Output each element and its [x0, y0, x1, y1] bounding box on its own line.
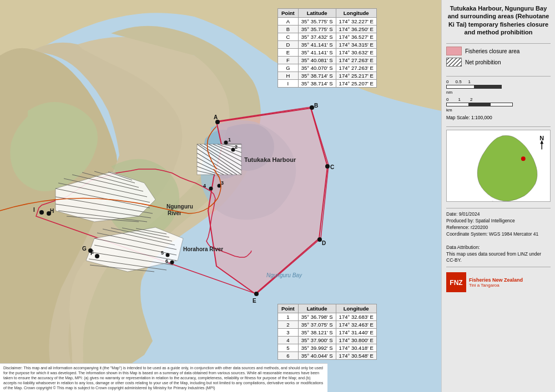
- producer-value: Spatial Intelligence: [475, 218, 514, 223]
- table-a-cell: A: [278, 18, 299, 26]
- svg-text:1: 1: [228, 137, 231, 142]
- table-a-cell: 174° 25.207' E: [336, 80, 376, 88]
- date-row: Date: 9/01/2024: [446, 211, 551, 218]
- scale-bar-km-b1: [468, 103, 491, 106]
- svg-text:FNZ: FNZ: [450, 279, 462, 287]
- svg-text:A: A: [214, 114, 218, 120]
- divider-3: [446, 126, 551, 127]
- table-a-cell: 174° 25.217' E: [336, 72, 376, 80]
- date-value: 9/01/2024: [459, 211, 480, 217]
- table-a-cell: D: [278, 41, 299, 49]
- svg-text:D: D: [322, 240, 326, 246]
- table-b-cell: 4: [278, 337, 299, 344]
- table-b-cell: 2: [278, 321, 299, 329]
- table-b-cell: 174° 32.683' E: [336, 313, 376, 321]
- table-a-cell: F: [278, 57, 299, 64]
- disclaimer-text: Disclaimer: This map and all information…: [0, 363, 327, 392]
- map-area: A B C D E F G H I 1: [0, 0, 441, 392]
- table-b-cell: 174° 32.463' E: [336, 321, 376, 329]
- svg-point-66: [166, 253, 170, 257]
- legend-item-closure: Fisheries closure area: [446, 47, 551, 55]
- svg-text:Tutukaka Harbour: Tutukaka Harbour: [244, 156, 296, 163]
- legend-item-net: Net prohibition: [446, 58, 551, 67]
- table-a-cell: 174° 30.632' E: [336, 49, 376, 57]
- attribution-value: This map uses data sourced from LINZ und…: [446, 251, 541, 263]
- table-b-col-point: Point: [278, 304, 299, 313]
- svg-point-68: [170, 261, 174, 264]
- divider-4: [446, 208, 551, 208]
- svg-point-48: [254, 292, 259, 296]
- table-a-cell: 35° 38.714' S: [298, 72, 336, 80]
- reference-value: r220200: [471, 225, 488, 230]
- svg-text:5: 5: [161, 250, 164, 256]
- panel-title: Tutukaka Harbour, Ngunguru Bay and surro…: [446, 4, 551, 36]
- fnz-logo-box: FNZ: [446, 272, 466, 292]
- svg-point-52: [88, 248, 93, 253]
- scale-bar-nm-black: [474, 85, 502, 89]
- table-b-col-latitude: Latitude: [298, 304, 336, 313]
- coordinate-table-b: Point Latitude Longitude 135° 36.798' S1…: [278, 304, 377, 360]
- svg-text:Horahora River: Horahora River: [183, 246, 223, 252]
- legend-net-label: Net prohibition: [465, 59, 501, 65]
- table-b-cell: 35° 36.798' S: [298, 313, 336, 321]
- svg-text:H: H: [50, 208, 54, 214]
- legend-net-symbol: [446, 58, 462, 67]
- reference-label: Reference:: [446, 225, 470, 230]
- attribution-row: Data Attribution: This map uses data sou…: [446, 245, 551, 264]
- producer-row: Produced by: Spatial Intelligence: [446, 218, 551, 225]
- table-a-cell: B: [278, 26, 299, 33]
- producer-label: Produced by:: [446, 218, 474, 223]
- attribution-label: Data Attribution:: [446, 245, 480, 250]
- legend-closure-symbol: [446, 47, 462, 55]
- metadata-section: Date: 9/01/2024 Produced by: Spatial Int…: [446, 211, 551, 264]
- date-label: Date:: [446, 211, 457, 217]
- svg-text:6: 6: [165, 258, 168, 264]
- table-a-cell: 35° 35.775' S: [298, 18, 336, 26]
- table-b-cell: 174° 30.418' E: [336, 344, 376, 352]
- table-b-col-longitude: Longitude: [336, 304, 376, 313]
- svg-point-56: [39, 210, 44, 215]
- table-b-cell: 35° 37.075' S: [298, 321, 336, 329]
- table-a-cell: C: [278, 33, 299, 41]
- svg-text:Ngunguru Bay: Ngunguru Bay: [266, 272, 302, 278]
- table-b-cell: 174° 30.548' E: [336, 352, 376, 360]
- table-a-cell: 35° 41.141' S: [298, 41, 336, 49]
- coordinate-table-a: Point Latitude Longitude A35° 35.775' S1…: [278, 8, 377, 88]
- table-a-cell: 35° 37.432' S: [298, 33, 336, 41]
- table-a-cell: 35° 35.775' S: [298, 26, 336, 33]
- table-b-cell: 35° 40.044' S: [298, 352, 336, 360]
- table-a-cell: 174° 27.263' E: [336, 64, 376, 72]
- scale-bar-km-w2: [491, 103, 513, 106]
- scale-nm-unit: nm: [446, 90, 551, 95]
- table-a-cell: 174° 34.315' E: [336, 41, 376, 49]
- svg-text:Ngunguru: Ngunguru: [167, 203, 193, 210]
- table-b-cell: 35° 38.121' S: [298, 329, 336, 337]
- svg-point-42: [310, 105, 314, 110]
- svg-text:E: E: [253, 298, 256, 304]
- svg-text:G: G: [82, 246, 87, 252]
- table-b-cell: 174° 30.800' E: [336, 337, 376, 344]
- scale-km-unit: km: [446, 108, 551, 113]
- svg-text:I: I: [33, 207, 35, 213]
- table-b-cell: 35° 39.992' S: [298, 344, 336, 352]
- table-a-col-longitude: Longitude: [336, 9, 376, 18]
- reference-row: Reference: r220200: [446, 225, 551, 231]
- svg-point-44: [325, 164, 330, 169]
- svg-point-58: [224, 141, 228, 145]
- table-a-col-latitude: Latitude: [298, 9, 336, 18]
- table-b-cell: 5: [278, 344, 299, 352]
- fnz-tagline: Tini a Tangaroa: [469, 283, 523, 288]
- svg-point-50: [95, 254, 99, 258]
- map-scale-text: Map Scale: 1:100,000: [446, 115, 551, 120]
- table-a-cell: G: [278, 64, 299, 72]
- table-b-cell: 174° 31.440' E: [336, 329, 376, 337]
- svg-point-40: [215, 120, 220, 124]
- scale-section: 00.51 nm 012 km Map Scale: 1:100,000: [446, 79, 551, 120]
- table-a-cell: 174° 32.227' E: [336, 18, 376, 26]
- svg-text:4: 4: [203, 183, 206, 189]
- svg-text:3: 3: [221, 180, 224, 186]
- table-b-cell: 35° 37.900' S: [298, 337, 336, 344]
- table-a-cell: 174° 27.263' E: [336, 57, 376, 64]
- table-a-cell: I: [278, 80, 299, 88]
- nz-locator-map: N: [446, 130, 551, 202]
